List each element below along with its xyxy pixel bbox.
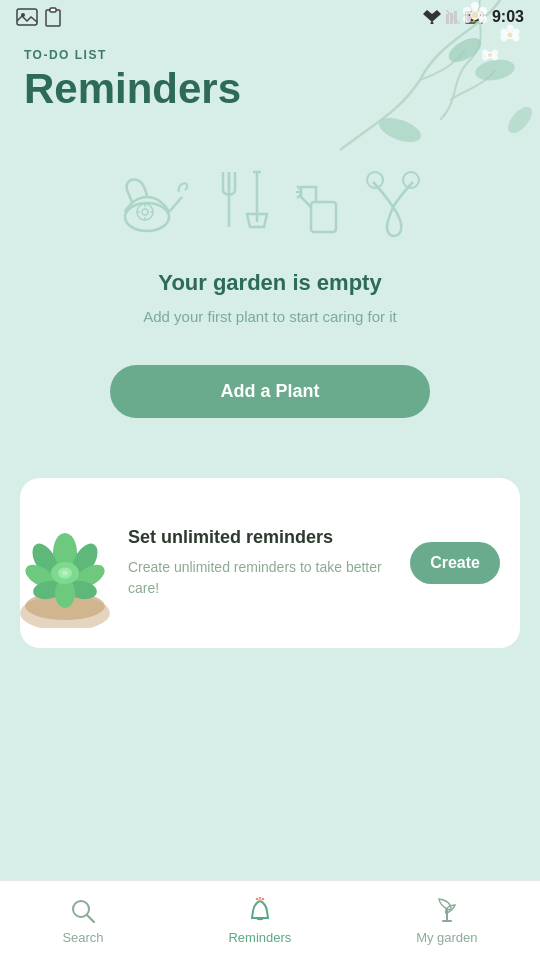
wifi-icon <box>423 10 441 24</box>
svg-rect-27 <box>50 8 56 12</box>
promo-text-block: Set unlimited reminders Create unlimited… <box>120 526 398 599</box>
status-right-icons: ⚡ 9:03 <box>423 8 524 26</box>
status-left-icons <box>16 7 62 27</box>
promo-title: Set unlimited reminders <box>128 526 398 549</box>
succulent-svg <box>10 498 120 628</box>
reminders-icon <box>246 897 274 925</box>
pruning-scissors-icon <box>363 162 423 242</box>
svg-rect-30 <box>446 14 449 24</box>
empty-state: Your garden is empty Add your first plan… <box>0 132 540 438</box>
svg-rect-50 <box>311 202 336 232</box>
header: TO-DO LIST Reminders <box>0 32 540 112</box>
promo-plant-image <box>10 498 120 628</box>
signal-icon <box>446 10 460 24</box>
watering-can-icon <box>117 162 197 242</box>
status-time: 9:03 <box>492 8 524 26</box>
nav-item-reminders[interactable]: Reminders <box>208 889 311 953</box>
nav-label-my-garden: My garden <box>416 930 477 945</box>
svg-point-73 <box>259 899 261 901</box>
spray-bottle-icon <box>291 162 351 242</box>
svg-point-37 <box>125 203 169 231</box>
svg-text:⚡: ⚡ <box>470 14 479 23</box>
promo-create-button[interactable]: Create <box>410 542 500 584</box>
gallery-icon <box>16 8 38 26</box>
clipboard-icon <box>44 7 62 27</box>
fork-shovel-icon <box>209 162 279 242</box>
garden-tools-illustration <box>117 162 423 242</box>
search-icon <box>69 897 97 925</box>
svg-point-39 <box>142 209 148 215</box>
svg-point-70 <box>256 897 258 899</box>
promo-card: Set unlimited reminders Create unlimited… <box>20 478 520 648</box>
promo-description: Create unlimited reminders to take bette… <box>128 557 398 599</box>
svg-point-71 <box>262 897 264 899</box>
empty-state-subtitle: Add your first plant to start caring for… <box>143 306 396 329</box>
status-bar: ⚡ 9:03 <box>0 0 540 32</box>
nav-item-search[interactable]: Search <box>42 889 123 953</box>
add-plant-button[interactable]: Add a Plant <box>110 365 430 418</box>
header-label: TO-DO LIST <box>24 48 516 62</box>
nav-item-my-garden[interactable]: My garden <box>396 889 497 953</box>
header-title: Reminders <box>24 66 516 112</box>
nav-label-reminders: Reminders <box>228 930 291 945</box>
svg-point-29 <box>430 22 433 25</box>
svg-line-68 <box>87 915 94 922</box>
my-garden-icon <box>433 897 461 925</box>
empty-state-title: Your garden is empty <box>158 270 381 296</box>
svg-point-72 <box>259 897 261 899</box>
svg-point-66 <box>62 570 68 575</box>
bottom-navigation: Search Reminders <box>0 880 540 960</box>
nav-label-search: Search <box>62 930 103 945</box>
svg-marker-28 <box>423 10 441 22</box>
battery-icon: ⚡ <box>465 11 487 24</box>
